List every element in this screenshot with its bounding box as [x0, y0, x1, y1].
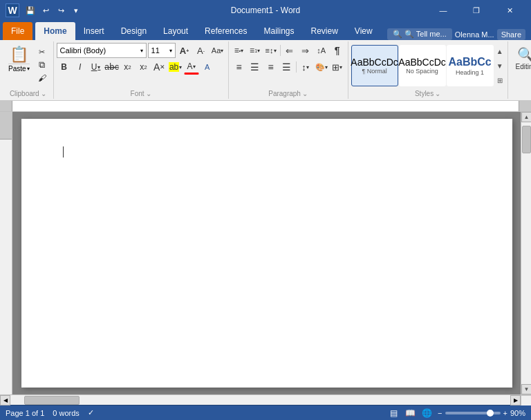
font-group: Calibri (Body) ▾ 11 ▾ A+ A- Aa▾ B I U▾ a… — [54, 41, 229, 99]
scroll-thumb[interactable] — [522, 126, 531, 153]
font-shrink-button[interactable]: A- — [194, 43, 209, 58]
justify-button[interactable]: ☰ — [279, 59, 295, 75]
underline-button[interactable]: U▾ — [88, 59, 104, 75]
change-case-button[interactable]: Aa▾ — [210, 43, 225, 58]
style-normal[interactable]: AaBbCcDc ¶ Normal — [351, 45, 398, 86]
scroll-left-button[interactable]: ◀ — [0, 395, 10, 405]
show-formatting-marks-button[interactable]: ¶ — [330, 43, 345, 58]
tab-references[interactable]: References — [196, 22, 255, 40]
editing-group-content: 🔍 Editing — [511, 43, 531, 96]
read-mode-icon[interactable]: 📖 — [404, 408, 416, 419]
font-family-select[interactable]: Calibri (Body) ▾ — [57, 43, 147, 58]
clipboard-group-content: 📋 Paste ▾ ✂ ⧉ 🖌 — [6, 43, 50, 88]
align-center-button[interactable]: ☰ — [248, 59, 263, 75]
document-page[interactable] — [21, 119, 512, 388]
sort-button[interactable]: ↕A — [314, 43, 329, 58]
paste-button[interactable]: 📋 Paste ▾ — [7, 44, 31, 74]
font-dialog-launcher[interactable]: ⌄ — [146, 90, 151, 97]
paragraph-group: ≡•▾ ≡1▾ ≡↕▾ ⇐ ⇒ ↕A ¶ ≡ ☰ ≡ ☰ ↕▾ 🎨▾ — [229, 41, 348, 99]
styles-more[interactable]: ⊞ — [495, 73, 505, 87]
paragraph-dialog-launcher[interactable]: ⌄ — [302, 90, 308, 97]
font-color-button[interactable]: A▾ — [184, 59, 199, 75]
styles-dialog-launcher[interactable]: ⌄ — [435, 90, 440, 97]
restore-button[interactable]: ❐ — [460, 0, 492, 21]
print-layout-icon[interactable]: ▤ — [388, 408, 399, 419]
scroll-track — [521, 122, 531, 384]
align-left-button[interactable]: ≡ — [232, 59, 247, 75]
align-right-button[interactable]: ≡ — [263, 59, 279, 75]
numbered-list-button[interactable]: ≡1▾ — [248, 43, 263, 58]
copy-button[interactable]: ⧉ — [34, 59, 50, 71]
h-scroll-thumb[interactable] — [24, 396, 80, 405]
para-row-1: ≡•▾ ≡1▾ ≡↕▾ ⇐ ⇒ ↕A ¶ — [232, 43, 345, 58]
border-button[interactable]: ⊞▾ — [330, 59, 345, 75]
text-cursor — [63, 146, 64, 158]
bold-button[interactable]: B — [57, 59, 72, 75]
paragraph-label: Paragraph ⌄ — [232, 88, 345, 97]
zoom-out-button[interactable]: − — [438, 409, 442, 417]
decrease-indent-button[interactable]: ⇐ — [282, 43, 297, 58]
close-button[interactable]: ✕ — [494, 0, 525, 21]
scroll-right-button[interactable]: ▶ — [510, 395, 521, 405]
font-grow-button[interactable]: A+ — [177, 43, 192, 58]
paste-dropdown-arrow[interactable]: ▾ — [27, 66, 30, 72]
zoom-in-button[interactable]: + — [503, 409, 507, 417]
tab-design[interactable]: Design — [113, 22, 155, 40]
tab-review[interactable]: Review — [302, 22, 346, 40]
tab-home[interactable]: Home — [35, 22, 75, 40]
tab-file[interactable]: File — [3, 22, 32, 40]
editing-icon: 🔍 — [517, 46, 531, 63]
tab-view[interactable]: View — [346, 22, 381, 40]
multilevel-list-button[interactable]: ≡↕▾ — [263, 43, 279, 58]
styles-scroll-up[interactable]: ▲ — [495, 44, 505, 58]
subscript-button[interactable]: x2 — [120, 59, 136, 75]
text-effects-button[interactable]: A — [200, 59, 215, 75]
style-no-spacing[interactable]: AaBbCcDc No Spacing — [399, 45, 446, 86]
user-account[interactable]: Olenna M... — [455, 30, 494, 39]
font-size-arrow: ▾ — [169, 48, 172, 54]
zoom-level[interactable]: 90% — [510, 409, 525, 417]
scrollbar-corner — [521, 395, 531, 405]
zoom-slider[interactable] — [445, 412, 501, 414]
document-title: Document1 - Word — [231, 6, 300, 15]
vertical-ruler — [0, 112, 12, 394]
web-layout-icon[interactable]: 🌐 — [421, 408, 432, 419]
separator2 — [296, 61, 297, 73]
style-heading1[interactable]: AaBbCc Heading 1 — [447, 45, 494, 86]
style-heading1-preview: AaBbCc — [448, 55, 491, 68]
style-normal-label: ¶ Normal — [362, 68, 386, 75]
redo-button[interactable]: ↪ — [54, 3, 68, 17]
clipboard-dialog-launcher[interactable]: ⌄ — [41, 90, 46, 97]
italic-button[interactable]: I — [73, 59, 88, 75]
cut-button[interactable]: ✂ — [34, 46, 50, 58]
superscript-button[interactable]: x2 — [136, 59, 151, 75]
search-button[interactable]: 🔍 🔍 Tell me... — [387, 28, 452, 40]
line-spacing-button[interactable]: ↕▾ — [298, 59, 313, 75]
scroll-up-button[interactable]: ▲ — [521, 112, 531, 122]
undo-button[interactable]: ↩ — [39, 3, 53, 17]
bullet-list-button[interactable]: ≡•▾ — [232, 43, 247, 58]
zoom-thumb[interactable] — [487, 410, 494, 417]
format-painter-button[interactable]: 🖌 — [34, 72, 50, 84]
tab-mailings[interactable]: Mailings — [255, 22, 302, 40]
proofing-icon[interactable]: ✓ — [88, 408, 94, 417]
page-count: Page 1 of 1 — [6, 409, 44, 417]
styles-scroll-down[interactable]: ▼ — [495, 59, 505, 73]
scroll-down-button[interactable]: ▼ — [521, 384, 531, 394]
increase-indent-button[interactable]: ⇒ — [298, 43, 313, 58]
editing-button[interactable]: 🔍 Editing — [511, 43, 531, 74]
font-family-arrow: ▾ — [140, 48, 143, 54]
customize-qat-button[interactable]: ▾ — [69, 3, 83, 17]
share-button[interactable]: Share — [497, 29, 525, 40]
tab-insert[interactable]: Insert — [75, 22, 113, 40]
strikethrough-button[interactable]: ab̶c — [104, 59, 120, 75]
font-size-select[interactable]: 11 ▾ — [148, 43, 176, 58]
ribbon-tab-bar: File Home Insert Design Layout Reference… — [0, 21, 531, 40]
minimize-button[interactable]: — — [427, 0, 459, 21]
text-highlight-button[interactable]: ab▾ — [168, 59, 183, 75]
tab-layout[interactable]: Layout — [155, 22, 196, 40]
window-controls: — ❐ ✕ — [427, 0, 525, 21]
save-button[interactable]: 💾 — [24, 3, 37, 17]
clear-format-button[interactable]: A✕ — [152, 59, 167, 75]
shading-button[interactable]: 🎨▾ — [314, 59, 329, 75]
